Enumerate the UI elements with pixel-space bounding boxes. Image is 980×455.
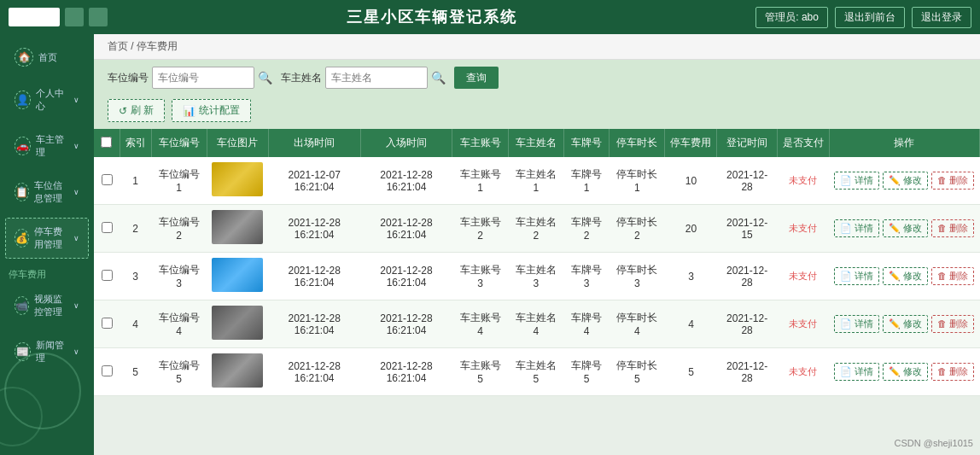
sidebar-section-label: 停车费用 <box>0 265 94 283</box>
cell-index: 3 <box>120 253 151 300</box>
delete-button[interactable]: 🗑 删除 <box>931 219 974 237</box>
search-icon-btn-2[interactable]: 🔍 <box>431 71 446 85</box>
cell-plate: 车牌号5 <box>563 348 609 396</box>
cell-paid: 未支付 <box>777 157 829 205</box>
detail-button[interactable]: 📄 详情 <box>834 315 879 333</box>
refresh-button[interactable]: ↺ 刷 新 <box>108 99 165 122</box>
cell-duration: 停车时长2 <box>610 205 665 253</box>
cell-fee: 20 <box>665 205 717 253</box>
cell-reg-time: 2021-12-28 <box>717 157 777 205</box>
cell-exit-time: 2021-12-07 16:21:04 <box>268 157 360 205</box>
cell-exit-time: 2021-12-28 16:21:04 <box>268 300 360 348</box>
detail-button[interactable]: 📄 详情 <box>834 219 879 237</box>
table-area: 索引 车位编号 车位图片 出场时间 入场时间 车主账号 车主姓名 车牌号 停车时… <box>94 129 980 455</box>
watermark: CSDN @sheji1015 <box>895 438 974 448</box>
action-buttons: 📄 详情 ✏️ 修改 🗑 删除 <box>834 315 974 333</box>
cell-owner-account: 车主账号2 <box>452 205 508 253</box>
search-label-2: 车主姓名 <box>281 71 322 85</box>
cell-parking-no: 车位编号5 <box>151 348 207 396</box>
row-checkbox[interactable] <box>102 318 113 329</box>
edit-button[interactable]: ✏️ 修改 <box>883 315 928 333</box>
cell-image <box>207 205 268 253</box>
cell-image <box>207 157 268 205</box>
fee-icon: 💰 <box>15 229 29 248</box>
cell-plate: 车牌号2 <box>563 205 609 253</box>
logout-button[interactable]: 退出登录 <box>912 7 971 28</box>
th-index: 索引 <box>120 129 151 157</box>
sidebar-item-owner[interactable]: 🚗 车主管理 ∨ <box>5 125 89 166</box>
row-checkbox-cell <box>94 348 120 396</box>
table-row: 1 车位编号1 2021-12-07 16:21:04 2021-12-28 1… <box>94 157 980 205</box>
cell-entry-time: 2021-12-28 16:21:04 <box>360 157 452 205</box>
action-buttons: 📄 详情 ✏️ 修改 🗑 删除 <box>834 219 974 237</box>
stats-button[interactable]: 📊 统计配置 <box>172 99 251 122</box>
th-owner-account: 车主账号 <box>452 129 508 157</box>
chevron-down-icon: ∨ <box>73 96 79 104</box>
th-image: 车位图片 <box>207 129 268 157</box>
row-checkbox[interactable] <box>102 365 113 376</box>
search-input-owner-name[interactable] <box>325 67 428 89</box>
cell-entry-time: 2021-12-28 16:21:04 <box>360 253 452 300</box>
car-thumbnail <box>212 162 263 196</box>
row-checkbox-cell <box>94 205 120 253</box>
cell-owner-account: 车主账号1 <box>452 157 508 205</box>
cell-actions: 📄 详情 ✏️ 修改 🗑 删除 <box>829 348 979 396</box>
table-row: 4 车位编号4 2021-12-28 16:21:04 2021-12-28 1… <box>94 300 980 348</box>
search-input-parking-no[interactable] <box>152 67 254 89</box>
delete-button[interactable]: 🗑 删除 <box>931 172 974 190</box>
sidebar-item-home[interactable]: 🏠 首页 <box>5 40 89 74</box>
personal-icon: 👤 <box>15 90 31 109</box>
th-fee: 停车费用 <box>665 129 717 157</box>
cell-reg-time: 2021-12-28 <box>717 300 777 348</box>
row-checkbox[interactable] <box>102 222 113 233</box>
back-to-front-button[interactable]: 退出到前台 <box>835 7 905 28</box>
search-group-1: 车位编号 🔍 <box>108 67 272 89</box>
cell-owner-name: 车主姓名2 <box>508 205 563 253</box>
sidebar-item-monitor[interactable]: 📹 视频监控管理 ∨ <box>5 285 89 326</box>
delete-button[interactable]: 🗑 删除 <box>931 363 974 381</box>
cell-duration: 停车时长5 <box>610 348 665 396</box>
table-row: 3 车位编号3 2021-12-28 16:21:04 2021-12-28 1… <box>94 253 980 300</box>
cell-paid: 未支付 <box>777 205 829 253</box>
cell-actions: 📄 详情 ✏️ 修改 🗑 删除 <box>829 205 979 253</box>
edit-button[interactable]: ✏️ 修改 <box>883 219 928 237</box>
car-icon: 🚗 <box>15 137 31 155</box>
search-icon-btn-1[interactable]: 🔍 <box>258 71 272 85</box>
row-checkbox[interactable] <box>102 270 113 281</box>
header-sq1 <box>65 8 84 26</box>
delete-button[interactable]: 🗑 删除 <box>931 315 974 333</box>
delete-button[interactable]: 🗑 删除 <box>931 267 974 285</box>
cell-entry-time: 2021-12-28 16:21:04 <box>360 300 452 348</box>
sidebar-item-parking-info[interactable]: 📋 车位信息管理 ∨ <box>5 172 89 213</box>
detail-button[interactable]: 📄 详情 <box>834 267 879 285</box>
edit-button[interactable]: ✏️ 修改 <box>883 267 928 285</box>
sidebar-item-parking-fee[interactable]: 💰 停车费用管理 ∨ <box>5 218 89 259</box>
toolbar: ↺ 刷 新 📊 统计配置 <box>94 96 980 129</box>
action-buttons: 📄 详情 ✏️ 修改 🗑 删除 <box>834 172 974 190</box>
cell-owner-name: 车主姓名5 <box>508 348 563 396</box>
header-logo <box>9 8 60 26</box>
car-thumbnail <box>212 258 263 292</box>
search-button[interactable]: 查询 <box>454 67 499 89</box>
breadcrumb: 首页 / 停车费用 <box>94 34 980 60</box>
th-reg-time: 登记时间 <box>717 129 777 157</box>
cell-parking-no: 车位编号3 <box>151 253 207 300</box>
select-all-checkbox[interactable] <box>101 137 112 148</box>
cell-plate: 车牌号4 <box>563 300 609 348</box>
header-sq2 <box>89 8 108 26</box>
breadcrumb-home: 首页 <box>108 40 128 52</box>
edit-button[interactable]: ✏️ 修改 <box>883 172 928 190</box>
cell-reg-time: 2021-12-28 <box>717 253 777 300</box>
edit-button[interactable]: ✏️ 修改 <box>883 363 928 381</box>
sidebar-item-personal[interactable]: 👤 个人中心 ∨ <box>5 79 89 120</box>
cell-owner-account: 车主账号5 <box>452 348 508 396</box>
cell-duration: 停车时长3 <box>610 253 665 300</box>
data-table: 索引 车位编号 车位图片 出场时间 入场时间 车主账号 车主姓名 车牌号 停车时… <box>94 129 980 396</box>
row-checkbox[interactable] <box>102 174 113 185</box>
detail-button[interactable]: 📄 详情 <box>834 363 879 381</box>
cell-reg-time: 2021-12-28 <box>717 348 777 396</box>
user-label: 管理员: abo <box>755 7 828 28</box>
cell-fee: 4 <box>665 300 717 348</box>
cell-duration: 停车时长4 <box>610 300 665 348</box>
detail-button[interactable]: 📄 详情 <box>834 172 879 190</box>
